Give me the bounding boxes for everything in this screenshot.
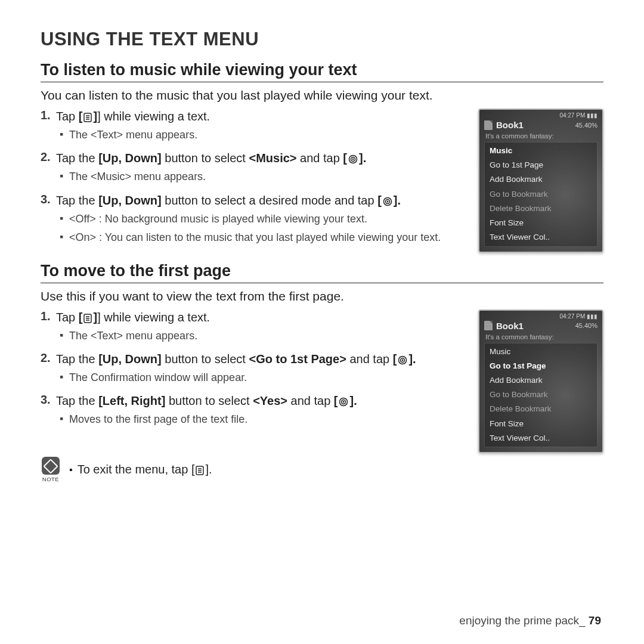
note-text: ]. <box>205 463 212 476</box>
device-menu-item: Text Viewer Col.. <box>485 230 597 244</box>
step-number: 1. <box>41 109 56 147</box>
page-number: 79 <box>589 614 601 627</box>
step-sub: ▪The <Music> menu appears. <box>60 170 467 184</box>
step-text: Tap the <box>56 151 98 165</box>
page-footer: enjoying the prime pack_ 79 <box>459 614 601 627</box>
note-caption: NOTE <box>41 476 61 482</box>
menu-icon <box>83 314 92 323</box>
device-menu-item: Go to Bookmark <box>485 388 597 402</box>
section2-text: 1. Tap []] while viewing a text. ▪The <T… <box>41 309 467 435</box>
device-percent: 45.40% <box>575 122 597 129</box>
device-subtitle: It's a common fantasy: <box>482 333 600 343</box>
device-menu-item: Go to Bookmark <box>485 187 597 202</box>
note-text: To exit the menu, tap [ <box>78 463 195 476</box>
device-percent: 45.40% <box>575 322 597 329</box>
step-number: 2. <box>41 150 56 188</box>
section1-text: 1. Tap []] while viewing a text. ▪The <T… <box>41 109 467 253</box>
section1-heading: To listen to music while viewing your te… <box>41 61 603 82</box>
step-sub: ▪<On> : You can listen to the music that… <box>60 231 467 244</box>
battery-icon: ▮▮▮ <box>587 313 597 320</box>
device-title: Book1 <box>496 321 524 331</box>
device-menu: Music Go to 1st Page Add Bookmark Go to … <box>484 142 597 247</box>
device-menu-item: Font Size <box>485 216 597 230</box>
svg-point-16 <box>402 360 404 361</box>
step-number: 2. <box>41 351 56 389</box>
step-number: 3. <box>41 393 56 431</box>
list-item: 1. Tap []] while viewing a text. ▪The <T… <box>41 109 467 147</box>
battery-icon: ▮▮▮ <box>587 112 597 119</box>
step-number: 3. <box>41 193 56 250</box>
section2-row: 1. Tap []] while viewing a text. ▪The <T… <box>41 309 603 454</box>
device-title: Book1 <box>496 120 524 130</box>
target-icon <box>339 397 348 407</box>
device-menu-item: Delete Bookmark <box>485 402 597 416</box>
svg-point-6 <box>352 159 354 160</box>
list-item: 2. Tap the [Up, Down] button to select <… <box>41 351 467 389</box>
device-time: 04:27 PM <box>559 112 585 119</box>
menu-icon <box>196 466 204 475</box>
target-icon <box>383 197 392 206</box>
svg-point-9 <box>386 200 388 202</box>
device-menu-item: Add Bookmark <box>485 172 597 187</box>
device-menu-item: Add Bookmark <box>485 373 597 388</box>
step-text: [ <box>79 110 83 123</box>
step-text: ] while viewing a text. <box>97 110 210 123</box>
step-text: Tap <box>56 110 79 123</box>
step-sub: ▪The <Text> menu appears. <box>60 128 467 142</box>
list-item: 3. Tap the [Left, Right] button to selec… <box>41 393 467 431</box>
list-item: 2. Tap the [Up, Down] button to select <… <box>41 150 467 188</box>
section1-intro: You can listen to the music that you las… <box>41 88 603 103</box>
section1-row: 1. Tap []] while viewing a text. ▪The <T… <box>41 109 603 253</box>
note-row: NOTE ▪ To exit the menu, tap []. <box>41 457 603 482</box>
list-item: 3. Tap the [Up, Down] button to select a… <box>41 193 467 250</box>
menu-icon <box>83 113 92 122</box>
svg-point-19 <box>343 401 345 403</box>
list-item: 1. Tap []] while viewing a text. ▪The <T… <box>41 309 467 348</box>
device-menu-item: Go to 1st Page <box>485 158 597 172</box>
device-screenshot: 04:27 PM ▮▮▮ Book1 45.40% It's a common … <box>478 309 603 454</box>
device-time: 04:27 PM <box>559 313 585 320</box>
target-icon <box>398 355 407 365</box>
page-title: USING THE TEXT MENU <box>41 29 603 50</box>
step-sub: ▪<Off> : No background music is played w… <box>60 212 467 226</box>
step-number: 1. <box>41 309 56 348</box>
device-menu: Music Go to 1st Page Add Bookmark Go to … <box>484 343 597 448</box>
device-menu-item: Delete Bookmark <box>485 202 597 216</box>
manual-page: USING THE TEXT MENU To listen to music w… <box>0 0 644 644</box>
footer-section: enjoying the prime pack_ <box>459 614 589 627</box>
device-menu-item: Go to 1st Page <box>485 359 597 373</box>
note-icon: NOTE <box>41 457 61 482</box>
document-icon <box>484 120 493 130</box>
device-menu-item: Text Viewer Col.. <box>485 431 597 445</box>
target-icon <box>348 154 358 164</box>
document-icon <box>484 321 493 330</box>
device-menu-item: Font Size <box>485 417 597 431</box>
device-screenshot: 04:27 PM ▮▮▮ Book1 45.40% It's a common … <box>478 109 603 253</box>
device-subtitle: It's a common fantasy: <box>482 132 600 142</box>
device-menu-item: Music <box>485 345 597 359</box>
section2-heading: To move to the first page <box>41 262 603 283</box>
section2-intro: Use this if you want to view the text fr… <box>41 289 603 304</box>
device-menu-item: Music <box>485 144 597 158</box>
